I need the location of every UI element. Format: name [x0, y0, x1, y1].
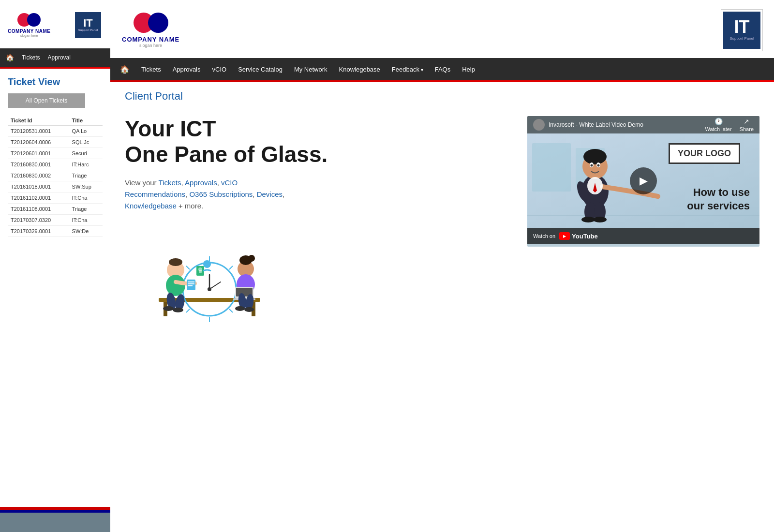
table-row[interactable]: T20120604.0006SQL Jc [8, 137, 103, 148]
svg-point-47 [583, 149, 607, 164]
table-cell: T20120604.0006 [8, 137, 69, 148]
video-scene: YOUR LOGO How to useour services ▶ [527, 133, 759, 228]
support-text-large: Support Panel [729, 36, 754, 41]
table-row[interactable]: T20161018.0001SW:Sup [8, 181, 103, 192]
left-footer-gray [0, 513, 110, 532]
left-header: COMPANY NAME slogan here IT Support Pane… [0, 0, 110, 48]
table-row[interactable]: T20160830.0002Triage [8, 170, 103, 181]
table-cell: SQL Jc [69, 137, 103, 148]
nav-tickets[interactable]: Tickets [141, 66, 161, 73]
video-container[interactable]: Invarosoft - White Label Video Demo 🕐 Wa… [527, 116, 759, 247]
it-badge-large: IT Support Panel [721, 10, 762, 51]
nav-my-network[interactable]: My Network [294, 66, 327, 73]
home-icon-left[interactable]: 🏠 [6, 54, 14, 61]
svg-point-20 [163, 306, 174, 311]
left-footer [0, 507, 110, 532]
nav-feedback[interactable]: Feedback [392, 66, 423, 73]
watch-later-text: Watch later [705, 126, 731, 132]
youtube-logo[interactable]: ▶ YouTube [559, 232, 598, 240]
svg-rect-28 [199, 270, 202, 273]
it-text-large: IT [734, 18, 750, 36]
video-logo-circle [533, 119, 545, 131]
main-content: Your ICT One Pane of Glass. View your Ti… [110, 106, 774, 333]
table-row[interactable]: T20120531.0001QA Lo [8, 126, 103, 137]
table-cell: QA Lo [69, 126, 103, 137]
table-cell: IT:Cha [69, 192, 103, 204]
home-icon-main[interactable]: 🏠 [120, 65, 130, 74]
it-badge-small: IT Support Panel [74, 11, 103, 40]
all-open-tickets-button[interactable]: All Open Tickets [8, 93, 85, 108]
svg-line-8 [186, 266, 190, 269]
support-text-small: Support Panel [78, 29, 98, 32]
table-row[interactable]: T20161108.0001Triage [8, 204, 103, 215]
table-cell: IT:Harc [69, 159, 103, 170]
svg-point-39 [235, 306, 245, 311]
table-row[interactable]: T20161102.0001IT:Cha [8, 192, 103, 204]
left-nav-approval[interactable]: Approval [48, 54, 71, 61]
table-row[interactable]: T20160830.0001IT:Harc [8, 159, 103, 170]
svg-point-14 [208, 287, 211, 291]
video-title-text: Invarosoft - White Label Video Demo [549, 121, 643, 128]
svg-point-51 [597, 164, 600, 167]
table-cell: T20170329.0001 [8, 226, 69, 237]
svg-line-9 [229, 266, 233, 269]
it-text-small: IT [83, 18, 93, 29]
table-cell: Triage [69, 170, 103, 181]
svg-line-11 [229, 309, 233, 312]
svg-point-50 [591, 164, 593, 167]
hero-title-line2: One Pane of Glass. [125, 142, 508, 167]
svg-rect-25 [188, 285, 193, 286]
table-row[interactable]: T20120601.0001Securi [8, 148, 103, 159]
logo-circles-main [134, 13, 168, 33]
svg-line-10 [186, 309, 190, 312]
illustration [125, 226, 289, 323]
nav-faqs[interactable]: FAQs [435, 66, 451, 73]
table-cell: T20161018.0001 [8, 181, 69, 192]
video-bottom-bar: Watch on ▶ YouTube [527, 228, 759, 244]
share-btn[interactable]: ↗ Share [740, 118, 754, 132]
svg-point-17 [166, 275, 185, 296]
approvals-link[interactable]: Approvals [185, 178, 217, 187]
video-logo: Invarosoft - White Label Video Demo [533, 119, 643, 131]
table-cell: T20160830.0002 [8, 170, 69, 181]
o365-link[interactable]: O365 Subscriptions [189, 190, 253, 198]
table-cell: Triage [69, 204, 103, 215]
table-cell: IT:Cha [69, 215, 103, 226]
client-portal-heading: Client Portal [110, 82, 774, 106]
ticket-id-header: Ticket Id [8, 116, 69, 126]
youtube-play-icon: ▶ [559, 232, 570, 240]
nav-service-catalog[interactable]: Service Catalog [238, 66, 283, 73]
tickets-link[interactable]: Tickets [159, 178, 181, 187]
table-cell: SW:De [69, 226, 103, 237]
ticket-title-header: Title [69, 116, 103, 126]
table-cell: T20160830.0001 [8, 159, 69, 170]
svg-point-55 [581, 217, 595, 222]
svg-point-21 [173, 308, 183, 312]
svg-rect-23 [188, 281, 194, 282]
nav-approvals[interactable]: Approvals [173, 66, 201, 73]
left-nav-tickets[interactable]: Tickets [22, 54, 40, 61]
knowledgebase-link[interactable]: Knowledgebase [125, 202, 177, 210]
watch-later-btn[interactable]: 🕐 Watch later [705, 118, 731, 132]
table-row[interactable]: T20170329.0001SW:De [8, 226, 103, 237]
hero-title: Your ICT One Pane of Glass. [125, 116, 508, 167]
nav-knowledgebase[interactable]: Knowlegebase [339, 66, 380, 73]
ticket-table: Ticket Id Title T20120531.0001QA LoT2012… [8, 116, 103, 237]
svg-rect-24 [188, 283, 194, 284]
content-left: Your ICT One Pane of Glass. View your Ti… [125, 116, 508, 323]
table-cell: T20120601.0001 [8, 148, 69, 159]
play-button[interactable]: ▶ [630, 167, 657, 194]
left-sidebar: COMPANY NAME slogan here IT Support Pane… [0, 0, 110, 532]
table-cell: SW:Sup [69, 181, 103, 192]
logo-circles-left [17, 13, 41, 27]
table-row[interactable]: T20170307.0320IT:Cha [8, 215, 103, 226]
nav-vcio[interactable]: vCIO [212, 66, 227, 73]
watch-on-text: Watch on [533, 233, 555, 239]
company-name-main: COMPANY NAME [122, 36, 179, 43]
clock-icon: 🕐 [714, 118, 723, 125]
video-controls-right: 🕐 Watch later ↗ Share [705, 118, 754, 132]
ticket-view-title: Ticket View [8, 76, 103, 88]
ticket-view-section: Ticket View All Open Tickets Ticket Id T… [0, 69, 110, 245]
nav-help[interactable]: Help [462, 66, 475, 73]
devices-link[interactable]: Devices [257, 190, 283, 198]
